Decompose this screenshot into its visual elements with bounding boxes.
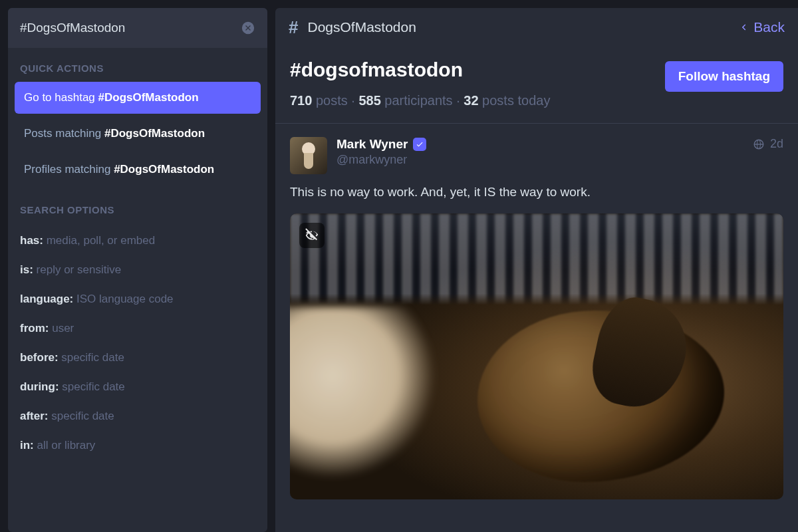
quick-actions-heading: QUICK ACTIONS xyxy=(8,48,267,82)
qa-bold: #DogsOfMastodon xyxy=(104,127,205,140)
handle[interactable]: @markwyner xyxy=(336,153,743,167)
qa-label: Profiles matching xyxy=(24,163,114,176)
qa-posts-matching[interactable]: Posts matching #DogsOfMastodon xyxy=(15,118,261,150)
clear-search-icon[interactable] xyxy=(241,21,255,35)
follow-hashtag-button[interactable]: Follow hashtag xyxy=(665,61,783,92)
stat-posts-n: 710 xyxy=(290,93,312,108)
filter-in[interactable]: in: all or library xyxy=(8,431,267,460)
filter-key: has: xyxy=(20,234,43,247)
verified-icon xyxy=(413,138,426,151)
display-name-text: Mark Wyner xyxy=(336,137,408,152)
stat-participants-l: participants · xyxy=(381,93,464,108)
filter-desc: media, poll, or embed xyxy=(43,234,155,247)
stat-posts-l: posts · xyxy=(312,93,358,108)
qa-profiles-matching[interactable]: Profiles matching #DogsOfMastodon xyxy=(15,154,261,186)
filter-during[interactable]: during: specific date xyxy=(8,372,267,402)
filter-key: is: xyxy=(20,263,33,276)
filter-desc: reply or sensitive xyxy=(33,263,121,276)
search-sidebar: QUICK ACTIONS Go to hashtag #DogsOfMasto… xyxy=(8,8,267,532)
display-name[interactable]: Mark Wyner xyxy=(336,137,426,152)
hashtag-title: #dogsofmastodon xyxy=(290,59,653,81)
filter-key: during: xyxy=(20,380,59,393)
stat-today-n: 32 xyxy=(464,93,478,108)
hash-icon: # xyxy=(289,17,298,38)
hashtag-stats: 710 posts · 585 participants · 32 posts … xyxy=(290,93,653,108)
filter-desc: specific date xyxy=(59,351,124,364)
stat-today-l: posts today xyxy=(479,93,551,108)
qa-label: Posts matching xyxy=(24,127,104,140)
filter-is[interactable]: is: reply or sensitive xyxy=(8,255,267,285)
filter-list: has: media, poll, or embed is: reply or … xyxy=(8,223,267,472)
column-topbar: # DogsOfMastodon Back xyxy=(275,8,798,47)
filter-has[interactable]: has: media, poll, or embed xyxy=(8,226,267,255)
filter-key: language: xyxy=(20,293,73,305)
qa-bold: #DogsOfMastodon xyxy=(114,163,214,176)
post-image[interactable] xyxy=(290,213,783,499)
filter-from[interactable]: from: user xyxy=(8,314,267,343)
chevron-left-icon xyxy=(737,21,749,33)
filter-desc: ISO language code xyxy=(73,293,173,305)
stat-participants-n: 585 xyxy=(358,93,380,108)
qa-bold: #DogsOfMastodon xyxy=(98,91,199,104)
filter-key: before: xyxy=(20,351,59,364)
filter-desc: all or library xyxy=(34,439,96,452)
filter-desc: user xyxy=(49,322,74,334)
hashtag-header: #dogsofmastodon 710 posts · 585 particip… xyxy=(275,47,798,124)
qa-go-to-hashtag[interactable]: Go to hashtag #DogsOfMastodon xyxy=(15,82,261,114)
post-meta: 2d xyxy=(753,137,783,151)
globe-icon xyxy=(753,138,765,150)
avatar[interactable] xyxy=(290,137,327,174)
filter-language[interactable]: language: ISO language code xyxy=(8,285,267,314)
back-button[interactable]: Back xyxy=(737,19,785,35)
back-label: Back xyxy=(753,19,785,35)
filter-before[interactable]: before: specific date xyxy=(8,343,267,372)
filter-key: in: xyxy=(20,439,34,452)
filter-desc: specific date xyxy=(59,380,125,393)
post-content: This is no way to work. And, yet, it IS … xyxy=(290,184,783,201)
post-header: Mark Wyner @markwyner 2d xyxy=(290,137,783,174)
filter-key: after: xyxy=(20,410,49,422)
search-options-heading: SEARCH OPTIONS xyxy=(8,190,267,223)
filter-key: from: xyxy=(20,322,49,334)
filter-after[interactable]: after: specific date xyxy=(8,402,267,431)
post: Mark Wyner @markwyner 2d This is no way … xyxy=(275,124,798,513)
column-title: DogsOfMastodon xyxy=(307,19,416,35)
filter-desc: specific date xyxy=(49,410,114,422)
search-input[interactable] xyxy=(20,21,241,35)
qa-label: Go to hashtag xyxy=(24,91,98,104)
hide-media-icon[interactable] xyxy=(299,223,325,248)
post-time[interactable]: 2d xyxy=(770,137,783,151)
search-row xyxy=(8,8,267,48)
hashtag-column: # DogsOfMastodon Back #dogsofmastodon 71… xyxy=(275,8,798,532)
